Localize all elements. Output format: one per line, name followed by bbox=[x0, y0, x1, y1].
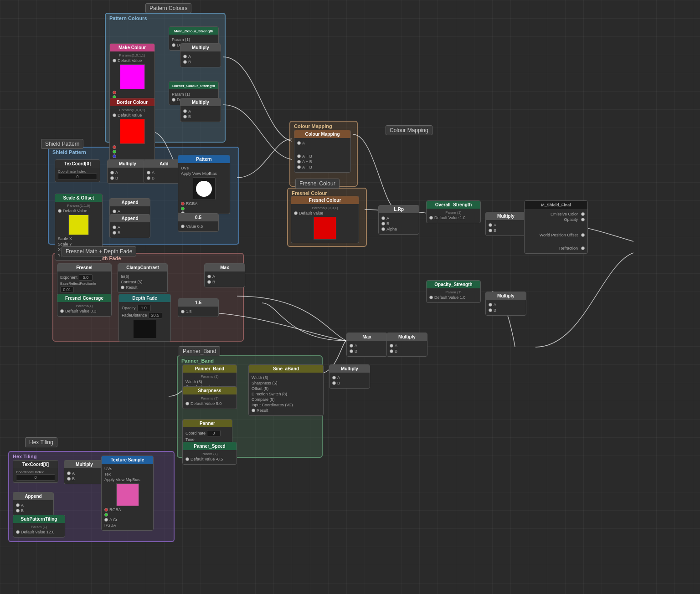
group-label-fresnel-colour: Fresnel Colour bbox=[295, 179, 340, 189]
node-multiply-2[interactable]: Multiply A B bbox=[180, 98, 221, 122]
group-label-hex-tiling: Hex Tiling bbox=[25, 437, 57, 447]
group-label-panner-band: Panner_Band bbox=[179, 346, 220, 356]
node-material-output[interactable]: M_Shield_Final Emissive Color Opacity Wo… bbox=[524, 200, 588, 254]
node-subpattern-tiling[interactable]: SubPatternTiling Param (1) Default Value… bbox=[13, 515, 65, 538]
node-max-1[interactable]: Max A B bbox=[204, 263, 245, 287]
node-sharpness[interactable]: Sharpness Params (1) Default Value 5.0 bbox=[182, 386, 237, 409]
node-texture-sample[interactable]: Texture Sample UVs Tex Apply View MipBia… bbox=[101, 456, 154, 531]
node-colour-mapping[interactable]: Colour Mapping A A + B A + B A + B bbox=[294, 130, 351, 173]
node-panner-speed[interactable]: Panner_Speed Param (1) Default Value -0.… bbox=[182, 442, 237, 465]
node-multiply-3[interactable]: Multiply A B bbox=[107, 159, 148, 184]
node-border-colour[interactable]: Border Colour Params(1,0,0,1) Default Va… bbox=[109, 98, 155, 161]
node-fresnel-coverage[interactable]: Fresnel Coverage Params(1) Default Value… bbox=[57, 294, 112, 317]
group-label-shield-pattern: Shield Pattern bbox=[41, 139, 83, 149]
node-texcoord-2[interactable]: TexCoord[0] Coordinate Index 0 bbox=[13, 460, 58, 483]
node-value-05[interactable]: 0.5 Value 0.5 bbox=[178, 213, 219, 232]
group-label-pattern-colours: Pattern Colours bbox=[145, 3, 191, 13]
node-multiply-band[interactable]: Multiply A B bbox=[329, 364, 370, 389]
node-append-2[interactable]: Append A B bbox=[109, 214, 150, 238]
node-multiply-4[interactable]: Multiply A B bbox=[485, 212, 526, 236]
node-overall-strength[interactable]: Overall_Strength Param (1) Default Value… bbox=[426, 200, 481, 223]
node-depth-fade[interactable]: Depth Fade Opacity1.0 FadeDistance20.5 bbox=[118, 294, 171, 342]
node-multiply-6[interactable]: Multiply A B bbox=[386, 333, 427, 357]
node-append-hex[interactable]: Append A B bbox=[13, 492, 54, 516]
node-sine-aband[interactable]: Sine_aBand Width (5) Sharpness (5) Offse… bbox=[248, 364, 324, 416]
node-multiply-1[interactable]: Multiply A B bbox=[180, 43, 221, 67]
node-pattern[interactable]: Pattern UVs Apply View MipBias RGBA bbox=[178, 155, 230, 214]
node-max-2[interactable]: Max A B bbox=[346, 333, 387, 357]
node-multiply-5[interactable]: Multiply A B bbox=[485, 292, 526, 316]
node-opacity-strength[interactable]: Opacity_Strength Param (1) Default Value… bbox=[426, 280, 481, 303]
node-fresnel-colour[interactable]: Fresnel Colour Params(1,0,0,1) Default V… bbox=[291, 196, 359, 243]
node-value-15[interactable]: 1.5 1.5 bbox=[178, 298, 219, 317]
group-label-fresnel-math: Fresnel Math + Depth Fade bbox=[62, 246, 136, 256]
node-multiply-7[interactable]: Multiply A B bbox=[64, 460, 105, 484]
node-texcoord-1[interactable]: TexCoord[0] Coordinate Index 0 bbox=[55, 159, 100, 182]
node-clamp-contrast[interactable]: ClampContrast In(5) Contrast (5) Result bbox=[118, 263, 168, 293]
node-lerp[interactable]: L.Rp A B Alpha bbox=[378, 205, 419, 235]
group-label-colour-mapping: Colour Mapping bbox=[386, 125, 432, 135]
